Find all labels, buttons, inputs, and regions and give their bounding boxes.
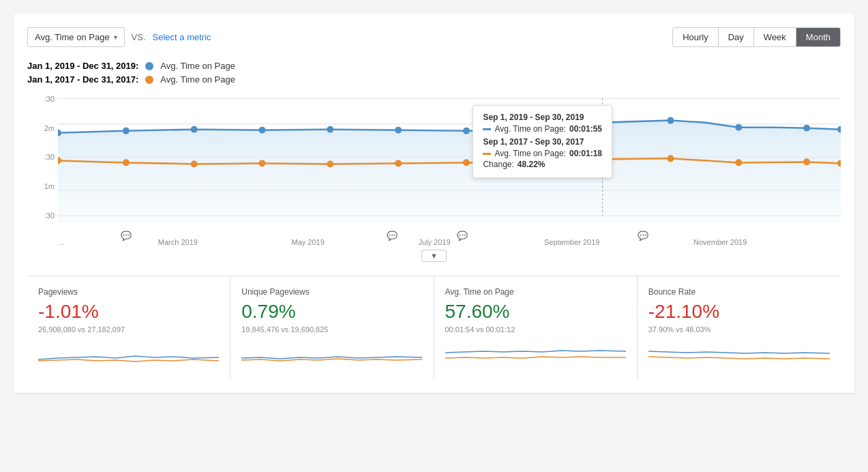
x-label-5: November 2019	[693, 238, 747, 246]
y-axis: :30 2m :30 1m :30	[27, 91, 58, 223]
legend-row-2: Jan 1, 2017 - Dec 31, 2017: Avg. Time on…	[27, 74, 841, 85]
x-label-1: March 2019	[158, 238, 198, 246]
blue-dot	[395, 127, 402, 134]
y-label-3: :30	[27, 153, 55, 161]
blue-dot	[667, 117, 674, 124]
annotation-icon-3[interactable]: 💬	[457, 231, 468, 241]
blue-dot	[191, 126, 198, 133]
stat-title-2: Avg. Time on Page	[445, 287, 626, 297]
stat-card-avg-time: Avg. Time on Page 57.60% 00:01:54 vs 00:…	[434, 276, 638, 379]
tooltip-change-value: 48.22%	[518, 160, 545, 169]
stat-comparison-2: 00:01:54 vs 00:01:12	[445, 325, 626, 334]
tooltip-change-label: Change:	[483, 160, 513, 169]
blue-dot	[463, 128, 470, 134]
blue-area	[58, 121, 841, 223]
chart-dropdown-area: ▼	[27, 250, 841, 262]
x-label-3: July 2019	[418, 238, 450, 246]
blue-dot	[123, 128, 130, 134]
stat-pct-0: -1.01%	[38, 301, 219, 323]
metric-label: Avg. Time on Page	[35, 32, 110, 42]
chart-legend: Jan 1, 2019 - Dec 31, 2019: Avg. Time on…	[27, 61, 841, 85]
y-label-1: :30	[27, 95, 55, 103]
orange-dot	[191, 160, 198, 167]
orange-dot	[123, 159, 130, 166]
legend-metric-2: Avg. Time on Page	[160, 74, 235, 85]
stat-card-bounce-rate: Bounce Rate -21.10% 37.90% vs 48.03%	[638, 276, 841, 379]
orange-dot	[327, 160, 333, 167]
tooltip-row-2: Avg. Time on Page: 00:01:18	[483, 149, 602, 158]
tooltip-color-bar-2	[483, 153, 491, 155]
y-label-2: 2m	[27, 124, 55, 132]
select-metric-link[interactable]: Select a metric	[153, 32, 211, 42]
x-axis: ... March 2019 May 2019 July 2019 Septem…	[27, 238, 841, 246]
tooltip-metric-label-1: Avg. Time on Page:	[494, 124, 566, 134]
stat-card-unique-pageviews: Unique Pageviews 0.79% 19,845,476 vs 19,…	[230, 276, 434, 379]
mini-chart-3	[648, 339, 830, 366]
tooltip-color-bar-1	[483, 128, 491, 130]
stat-pct-1: 0.79%	[241, 301, 422, 323]
chart-dropdown-button[interactable]: ▼	[421, 250, 447, 262]
orange-dot	[735, 159, 742, 166]
x-label-0: ...	[58, 238, 64, 246]
tooltip-change-row: Change: 48.22%	[483, 160, 602, 169]
legend-metric-1: Avg. Time on Page	[160, 61, 235, 71]
orange-dot	[667, 155, 674, 162]
toolbar-left: Avg. Time on Page ▾ VS. Select a metric	[27, 27, 211, 47]
chart-wrapper: :30 2m :30 1m :30	[27, 91, 841, 262]
blue-dot	[803, 125, 810, 132]
legend-date-2: Jan 1, 2017 - Dec 31, 2017:	[27, 74, 138, 85]
stat-card-pageviews: Pageviews -1.01% 26,908,080 vs 27,182,09…	[27, 276, 230, 379]
stat-title-0: Pageviews	[38, 287, 219, 297]
legend-dot-2	[145, 76, 153, 84]
orange-dot	[463, 159, 470, 166]
legend-row-1: Jan 1, 2019 - Dec 31, 2019: Avg. Time on…	[27, 61, 841, 71]
mini-chart-1	[241, 339, 422, 366]
tooltip-title-2: Sep 1, 2017 - Sep 30, 2017	[483, 137, 602, 147]
tooltip-metric-value-1: 00:01:55	[569, 124, 602, 134]
orange-dot	[803, 158, 810, 165]
stat-comparison-0: 26,908,080 vs 27,182,097	[38, 325, 219, 334]
month-button[interactable]: Month	[796, 28, 840, 46]
mini-chart-2	[445, 339, 626, 366]
annotations-bar: 💬 💬 💬 💬	[27, 223, 841, 238]
hourly-button[interactable]: Hourly	[673, 28, 719, 46]
annotation-icon-2[interactable]: 💬	[387, 231, 398, 241]
chart-svg	[58, 91, 841, 223]
stat-comparison-3: 37.90% vs 48.03%	[648, 325, 830, 334]
tooltip-metric-label-2: Avg. Time on Page:	[494, 149, 566, 158]
tooltip-title-1: Sep 1, 2019 - Sep 30, 2019	[483, 113, 602, 122]
annotation-icon-1[interactable]: 💬	[121, 231, 132, 241]
x-label-4: September 2019	[544, 238, 599, 246]
stats-grid: Pageviews -1.01% 26,908,080 vs 27,182,09…	[27, 276, 841, 379]
x-label-2: May 2019	[291, 238, 324, 246]
y-label-5: :30	[27, 211, 55, 220]
mini-chart-0	[38, 339, 219, 366]
vs-label: VS.	[132, 32, 146, 42]
chart-tooltip: Sep 1, 2019 - Sep 30, 2019 Avg. Time on …	[473, 105, 612, 178]
toolbar: Avg. Time on Page ▾ VS. Select a metric …	[27, 27, 841, 47]
tooltip-row-1: Avg. Time on Page: 00:01:55	[483, 124, 602, 134]
x-axis-labels: ... March 2019 May 2019 July 2019 Septem…	[58, 238, 841, 246]
metric-dropdown[interactable]: Avg. Time on Page ▾	[27, 27, 125, 47]
stat-title-3: Bounce Rate	[648, 287, 830, 297]
legend-date-1: Jan 1, 2019 - Dec 31, 2019:	[27, 61, 138, 71]
tooltip-metric-value-2: 00:01:18	[569, 149, 602, 158]
annotation-icon-4[interactable]: 💬	[638, 231, 648, 241]
stat-comparison-1: 19,845,476 vs 19,690,825	[241, 325, 422, 334]
y-label-4: 1m	[27, 182, 55, 190]
legend-dot-1	[145, 62, 153, 70]
stat-pct-2: 57.60%	[445, 301, 626, 323]
stat-title-1: Unique Pageviews	[241, 287, 422, 297]
stat-pct-3: -21.10%	[648, 301, 830, 323]
blue-dot	[735, 124, 742, 131]
day-button[interactable]: Day	[719, 28, 754, 46]
week-button[interactable]: Week	[754, 28, 796, 46]
time-period-buttons: Hourly Day Week Month	[672, 27, 841, 47]
blue-dot	[327, 126, 333, 133]
chevron-down-icon: ▾	[114, 33, 117, 41]
orange-dot	[395, 160, 402, 166]
chart-svg-container: Sep 1, 2019 - Sep 30, 2019 Avg. Time on …	[58, 91, 841, 223]
blue-dot	[258, 127, 265, 134]
orange-dot	[258, 160, 265, 166]
main-container: Avg. Time on Page ▾ VS. Select a metric …	[14, 14, 854, 393]
